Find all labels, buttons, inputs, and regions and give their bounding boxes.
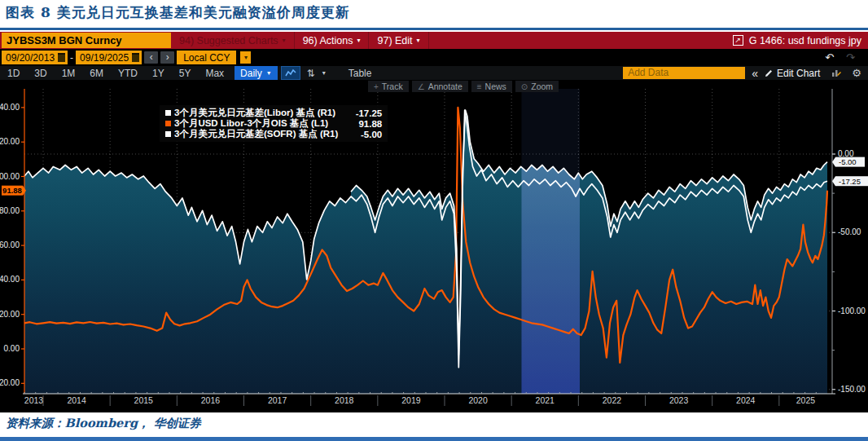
edit-chart-label: Edit Chart — [777, 68, 820, 79]
chevron-down-icon: ▼ — [266, 70, 272, 76]
svg-text:40.00: 40.00 — [0, 275, 20, 284]
edit-chart-button[interactable]: Edit Chart — [765, 68, 820, 79]
svg-text:2017: 2017 — [268, 395, 287, 405]
footer-bar — [0, 437, 868, 441]
chart-annotation-edit-button[interactable] — [823, 67, 844, 79]
tool-zoom[interactable]: ⊙Zoom — [515, 81, 559, 92]
legend-swatch — [165, 131, 171, 137]
legend-item-2[interactable]: 3个月美元兑日元基差(SOFR) 基点 (R1)-5.00 — [165, 129, 382, 139]
tool-news[interactable]: ≡News — [471, 81, 512, 92]
tool-annotate[interactable]: ∠Annotate — [412, 81, 468, 92]
redo-icon[interactable]: ↷ — [841, 51, 860, 64]
chevron-down-icon: ▾ — [357, 37, 360, 44]
svg-text:-5.00: -5.00 — [839, 157, 857, 166]
table-view-button[interactable]: Table — [341, 68, 379, 79]
title-divider — [0, 28, 868, 30]
export-icon[interactable]: ↗ — [733, 35, 743, 46]
period-button-6m[interactable]: 6M — [82, 68, 111, 79]
svg-text:0.00: 0.00 — [4, 344, 20, 353]
start-date-value: 09/20/2013 — [6, 52, 55, 64]
svg-text:2024: 2024 — [736, 395, 756, 405]
svg-text:2018: 2018 — [335, 395, 354, 405]
svg-text:100.00: 100.00 — [0, 172, 20, 181]
function-title: ↗ G 1466: usd fundings jpy — [733, 32, 868, 49]
period-button-3d[interactable]: 3D — [27, 68, 54, 79]
svg-text:2019: 2019 — [401, 395, 421, 405]
legend-value: -5.00 — [338, 130, 382, 139]
legend-swatch — [165, 110, 171, 116]
add-data-input[interactable]: Add Data — [623, 67, 745, 79]
period-buttons: 1D3D1M6MYTD1Y5YMax — [0, 68, 231, 79]
menu-suggested-charts[interactable]: 94) Suggested Charts ▾ — [171, 32, 295, 49]
legend-swatch — [165, 121, 171, 126]
svg-text:-50.00: -50.00 — [838, 227, 861, 236]
chevron-down-icon: ▾ — [417, 37, 420, 44]
collapse-panel-icon[interactable]: « — [745, 67, 765, 80]
svg-text:2023: 2023 — [669, 395, 689, 405]
calendar-icon[interactable] — [58, 53, 65, 62]
gear-icon[interactable]: ⚙ — [844, 67, 868, 79]
basis-chart-plot[interactable]: 140.00120.00100.0080.0060.0040.0020.000.… — [0, 80, 868, 412]
shift-range-forward-button[interactable]: › — [160, 51, 174, 64]
svg-text:2013: 2013 — [24, 395, 44, 405]
currency-dropdown-caret[interactable]: ▾ — [240, 51, 251, 64]
start-date-input[interactable]: 09/20/2013 — [2, 51, 68, 64]
sort-series-button[interactable]: ⇅ — [304, 67, 318, 79]
svg-text:-150.00: -150.00 — [838, 385, 866, 394]
svg-text:2021: 2021 — [536, 395, 555, 405]
period-button-ytd[interactable]: YTD — [111, 68, 145, 79]
track-icon: + — [374, 82, 379, 91]
undo-icon[interactable]: ↶ — [820, 51, 839, 64]
svg-text:2025: 2025 — [796, 395, 816, 405]
zoom-icon: ⊙ — [521, 82, 528, 91]
svg-text:2015: 2015 — [134, 395, 154, 405]
svg-text:60.00: 60.00 — [0, 240, 20, 249]
period-button-max[interactable]: Max — [198, 68, 231, 79]
annotate-icon: ∠ — [418, 82, 425, 91]
legend-label: 3个月美元兑日元基差(SOFR) 基点 (R1) — [174, 128, 338, 140]
period-button-5y[interactable]: 5Y — [172, 68, 199, 79]
period-button-1m[interactable]: 1M — [55, 68, 83, 79]
line-chart-type-button[interactable] — [281, 66, 300, 80]
sort-icon: ⇅ — [307, 68, 315, 79]
svg-text:91.88: 91.88 — [2, 186, 22, 195]
date-separator: - — [70, 52, 73, 64]
svg-text:-100.00: -100.00 — [838, 306, 866, 315]
tool-track[interactable]: +Track — [368, 81, 409, 92]
chart-edit-icon — [831, 68, 842, 77]
menu-suggested-label: 94) Suggested Charts — [179, 35, 278, 46]
shift-range-back-button[interactable]: ‹ — [144, 51, 158, 64]
calendar-icon[interactable] — [132, 53, 139, 62]
chart-type-dropdown-caret[interactable]: ▾ — [318, 69, 330, 77]
bloomberg-terminal-window: JYBSS3M BGN Curncy 94) Suggested Charts … — [0, 32, 868, 412]
pencil-icon — [765, 68, 773, 77]
svg-text:2014: 2014 — [67, 395, 86, 405]
menu-actions[interactable]: 96) Actions ▾ — [295, 32, 370, 49]
svg-text:-17.25: -17.25 — [839, 177, 861, 186]
period-button-1d[interactable]: 1D — [0, 68, 27, 79]
svg-text:2016: 2016 — [201, 395, 221, 405]
source-note: 资料来源：Bloomberg， 华创证券 — [0, 412, 868, 437]
line-chart-icon — [285, 68, 296, 77]
svg-text:2020: 2020 — [468, 395, 488, 405]
svg-text:2022: 2022 — [603, 395, 622, 405]
svg-text:80.00: 80.00 — [0, 206, 20, 215]
end-date-input[interactable]: 09/19/2025 — [76, 51, 142, 64]
legend-value: -17.25 — [338, 108, 382, 118]
date-range-toolbar: 09/20/2013 - 09/19/2025 ‹ › Local CCY ▾ … — [0, 49, 868, 66]
news-icon: ≡ — [477, 82, 482, 91]
chart-legend: 3个月美元兑日元基差(Libor) 基点 (R1)-17.253个月USD Li… — [160, 105, 388, 142]
menu-edit-label: 97) Edit — [377, 35, 412, 46]
frequency-value: Daily — [240, 68, 262, 79]
currency-select[interactable]: Local CCY — [177, 51, 236, 64]
frequency-select[interactable]: Daily ▼ — [235, 66, 278, 80]
ticker-input[interactable]: JYBSS3M BGN Curncy — [2, 33, 171, 48]
function-title-label: G 1466: usd fundings jpy — [749, 35, 861, 46]
period-button-1y[interactable]: 1Y — [145, 68, 172, 79]
terminal-menu-bar: JYBSS3M BGN Curncy 94) Suggested Charts … — [0, 32, 868, 49]
menu-edit[interactable]: 97) Edit ▾ — [369, 32, 428, 49]
svg-text:120.00: 120.00 — [0, 137, 20, 146]
end-date-value: 09/19/2025 — [80, 52, 129, 64]
chart-tools: +Track∠Annotate≡News⊙Zoom — [368, 81, 559, 92]
svg-text:140.00: 140.00 — [0, 103, 20, 112]
